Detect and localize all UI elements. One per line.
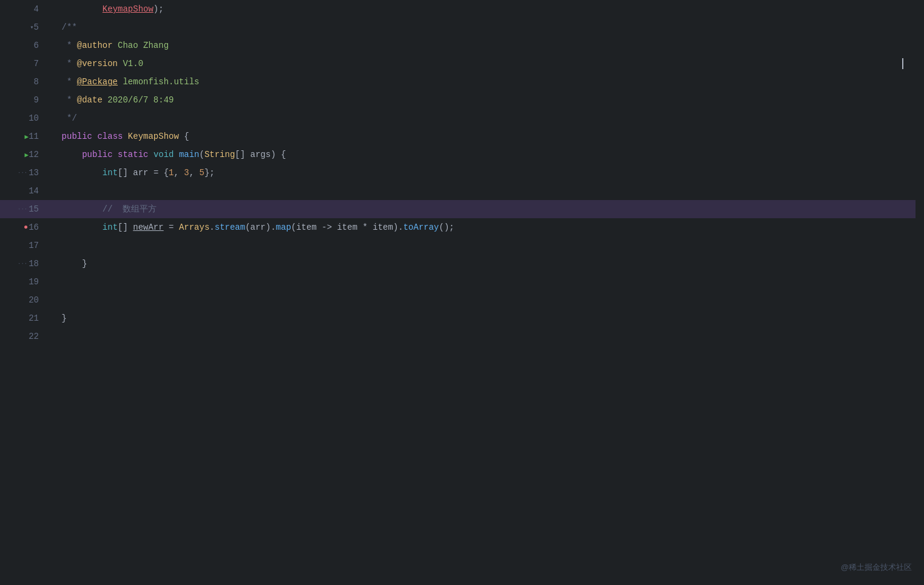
code-line-20 (41, 291, 916, 309)
watermark: @稀土掘金技术社区 (841, 562, 912, 573)
code-line-6: * @author Chao Zhang (41, 36, 916, 55)
line-number-14: 14 (29, 186, 39, 196)
gutter-line-18: ··· 18 (0, 255, 41, 273)
gutter-line-8: 8 (0, 73, 41, 91)
code-line-17 (41, 236, 916, 255)
gutter-line-4: 4 (0, 0, 41, 18)
code-text-9: * @date 2020/6/7 8:49 (41, 91, 174, 109)
code-line-11: public class KeymapShow { (41, 127, 916, 145)
gutter-line-14: 14 (0, 182, 41, 200)
line-number-4: 4 (34, 4, 39, 14)
breakpoint-icon-16[interactable]: ● (24, 223, 28, 232)
line-number-13: 13 (29, 168, 39, 178)
code-text-14 (41, 182, 46, 200)
dots-15: ··· (18, 206, 27, 212)
code-line-14 (41, 182, 916, 200)
gutter-line-17: 17 (0, 236, 41, 255)
code-line-19 (41, 273, 916, 291)
line-number-8: 8 (34, 77, 39, 87)
run-icon-11[interactable]: ▶ (25, 133, 29, 141)
code-line-10: */ (41, 109, 916, 127)
gutter-line-22: 22 (0, 327, 41, 346)
code-line-22 (41, 327, 916, 346)
run-icon-12[interactable]: ▶ (25, 151, 29, 159)
line-number-15: 15 (29, 204, 39, 214)
gutter-line-20: 20 (0, 291, 41, 309)
gutter-line-7: 7 (0, 55, 41, 73)
code-line-18: } (41, 255, 916, 273)
code-text-12: public static void main(String[] args) { (41, 145, 286, 164)
dots-18: ··· (18, 261, 27, 267)
gutter-line-19: 19 (0, 273, 41, 291)
line-number-12: 12 (29, 150, 39, 159)
line-number-10: 10 (29, 113, 39, 123)
code-line-9: * @date 2020/6/7 8:49 (41, 91, 916, 109)
line-number-7: 7 (34, 59, 39, 69)
code-line-7: * @version V1.0 (41, 55, 916, 73)
code-text-4: KeymapShow); (41, 0, 164, 18)
line-number-11: 11 (29, 132, 39, 141)
gutter-line-16: ● 16 (0, 218, 41, 236)
code-text-5: /** (41, 18, 77, 36)
line-gutter: 4 ▾ 5 6 7 8 9 10 ▶ 11 (0, 0, 41, 585)
scrollbar[interactable] (916, 0, 924, 585)
code-text-11: public class KeymapShow { (41, 127, 189, 145)
gutter-line-6: 6 (0, 36, 41, 55)
code-line-4: KeymapShow); (41, 0, 916, 18)
gutter-line-13: ··· 13 (0, 164, 41, 182)
code-text-21: } (41, 309, 67, 327)
line-number-6: 6 (34, 41, 39, 50)
gutter-line-9: 9 (0, 91, 41, 109)
gutter-line-11: ▶ 11 (0, 127, 41, 145)
code-line-5: /** (41, 18, 916, 36)
dots-13: ··· (18, 170, 27, 176)
code-text-22 (41, 327, 46, 346)
text-cursor (902, 58, 903, 69)
code-text-13: int[] arr = {1, 3, 5}; (41, 164, 215, 182)
line-number-16: 16 (29, 222, 39, 232)
line-number-19: 19 (29, 277, 39, 287)
gutter-line-10: 10 (0, 109, 41, 127)
code-line-13: int[] arr = {1, 3, 5}; (41, 164, 916, 182)
code-editor[interactable]: KeymapShow); /** * @author Chao Zhang * … (41, 0, 916, 585)
line-number-5: 5 (34, 22, 39, 32)
code-text-15: // 数组平方 (41, 200, 157, 218)
code-text-7: * @version V1.0 (41, 55, 143, 73)
code-line-12: public static void main(String[] args) { (41, 145, 916, 164)
code-line-8: * @Package lemonfish.utils (41, 73, 916, 91)
gutter-line-5: ▾ 5 (0, 18, 41, 36)
code-text-10: */ (41, 109, 77, 127)
code-line-21: } (41, 309, 916, 327)
gutter-line-12: ▶ 12 (0, 145, 41, 164)
editor-container: 4 ▾ 5 6 7 8 9 10 ▶ 11 (0, 0, 924, 585)
line-number-22: 22 (29, 332, 39, 341)
code-line-16: int[] newArr = Arrays.stream(arr).map(it… (41, 218, 916, 236)
code-text-16: int[] newArr = Arrays.stream(arr).map(it… (41, 218, 454, 236)
code-text-20 (41, 291, 46, 309)
line-number-18: 18 (29, 259, 39, 269)
code-text-17 (41, 236, 46, 255)
code-line-15: // 数组平方 (41, 200, 916, 218)
gutter-line-21: 21 (0, 309, 41, 327)
line-number-9: 9 (34, 95, 39, 105)
line-number-21: 21 (29, 313, 39, 323)
code-text-6: * @author Chao Zhang (41, 36, 169, 55)
line-number-17: 17 (29, 241, 39, 250)
code-text-8: * @Package lemonfish.utils (41, 73, 199, 91)
line-number-20: 20 (29, 295, 39, 305)
code-text-18: } (41, 255, 87, 273)
code-text-19 (41, 273, 46, 291)
gutter-line-15: ··· 15 (0, 200, 41, 218)
